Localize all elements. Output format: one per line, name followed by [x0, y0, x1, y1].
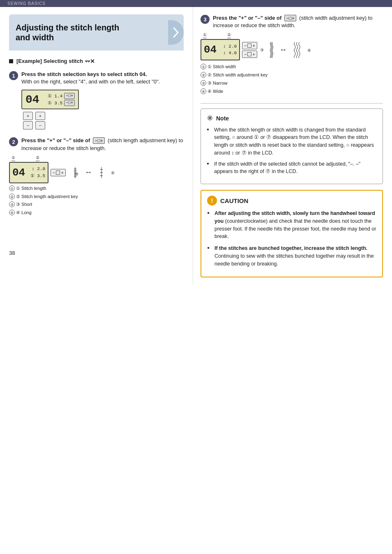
- caution-title: ! CAUTION: [207, 196, 376, 205]
- legend-2: ②② Stitch length adjustment key: [9, 193, 184, 201]
- annot-circle1: ①: [12, 155, 15, 161]
- s3-circle3-label: ③: [260, 48, 264, 52]
- step-1-circle: 1: [9, 71, 18, 80]
- arrow-icon: [172, 26, 180, 39]
- step-1-btn-plus-2[interactable]: +: [35, 112, 45, 120]
- step-1-diagram: 04 ① 1.4 −□+ ① 3.5 −□+: [21, 90, 184, 129]
- step-3-header: 3 Press the "+" or "–" side of −□+ (stit…: [201, 14, 383, 29]
- example-line: [Example] Selecting stitch ⥐ ✕: [9, 57, 184, 65]
- step-1: 1 Press the stitch selection keys to sel…: [9, 71, 184, 129]
- step-3-val2: ↕ 4.0: [223, 50, 237, 57]
- step-3-keys: −+ −+: [242, 42, 257, 58]
- step-3-key: −□+: [284, 15, 297, 21]
- s3-annot-circle2: ②: [227, 32, 231, 38]
- step-2-annot-top: ① ②: [12, 155, 184, 161]
- step-1-key2: −□+: [64, 100, 75, 106]
- header-label: SEWING BASICS: [7, 1, 46, 6]
- step-1-btn-plus-1[interactable]: +: [23, 112, 33, 120]
- step-3-lcd-vals: ↕ 2.0 ↕ 4.0: [223, 43, 237, 57]
- step-2-keys: −+: [51, 169, 66, 176]
- note-icon: ✳: [207, 114, 213, 123]
- step-1-btn-group-1: + −: [23, 112, 33, 129]
- note-box: ✳ Note When the stitch length or stitch …: [201, 108, 383, 185]
- step-2-stitch-long: [96, 166, 107, 179]
- step-3-legend: ①① Stitch width ②② Stitch width adjustme…: [201, 63, 383, 95]
- step-1-lcd: 04 ① 1.4 −□+ ① 3.5 −□+: [21, 90, 79, 109]
- step-1-lcd-num: 04: [25, 93, 39, 106]
- stitch-wide-icon: [290, 42, 304, 58]
- title-box: Adjusting the stitch length and width: [9, 14, 184, 51]
- legend-1: ①① Stitch length: [9, 185, 184, 193]
- step-3-circle: 3: [201, 15, 210, 24]
- title-arrow-decoration: [168, 20, 184, 45]
- step-2-key-btn[interactable]: −+: [51, 169, 66, 176]
- step-3-key-btn-1[interactable]: −+: [242, 42, 257, 49]
- page-number-area: 38: [9, 250, 184, 256]
- left-column: Adjusting the stitch length and width [E…: [0, 7, 193, 285]
- step-2-lcd-vals: ↕ 2.0 ① 3.5: [30, 166, 45, 179]
- step-2-legend: ①① Stitch length ②② Stitch length adjust…: [9, 185, 184, 217]
- step-3-main-row: 04 ↕ 2.0 ↕ 4.0 −+ −+ ③: [201, 39, 383, 60]
- caution-2-bold: If the stitches are bunched together, in…: [214, 245, 367, 251]
- caution-1-normal: (counterclockwise) and check that the ne…: [214, 218, 376, 240]
- step-1-key1: −□+: [64, 93, 75, 99]
- step-1-btn-minus-2[interactable]: −: [35, 121, 45, 129]
- note-list: When the stitch length or stitch width i…: [207, 126, 377, 176]
- caution-title-text: CAUTION: [220, 197, 248, 204]
- page-title: Adjusting the stitch length and width: [16, 23, 119, 42]
- step-1-btn-group-2: + −: [35, 112, 45, 129]
- step-1-detail: With on the right, select "4", and with …: [21, 78, 160, 85]
- step-3-text: Press the "+" or "–" side of −□+ (stitch…: [213, 14, 383, 29]
- step-2-circle: 2: [9, 137, 18, 146]
- caution-icon: !: [207, 196, 217, 205]
- step-2-text: Press the "+" or "–" side of −□+ (stitch…: [21, 137, 184, 152]
- square-bullet: [9, 59, 13, 63]
- stitch-long-icon: [96, 166, 107, 179]
- step-3: 3 Press the "+" or "–" side of −□+ (stit…: [201, 14, 383, 96]
- step-1-btn-minus-1[interactable]: −: [23, 121, 33, 129]
- annot-circle2: ②: [36, 155, 39, 161]
- legend-3: ③③ Short: [9, 201, 184, 209]
- caution-2-normal: Continuing to sew with the stitches bunc…: [214, 253, 374, 267]
- page-number: 38: [9, 250, 15, 256]
- step-2-val1: ↕ 2.0: [32, 166, 45, 173]
- step-1-text: Press the stitch selection keys to selec…: [21, 71, 160, 85]
- step-3-key-btn-2[interactable]: −+: [242, 51, 257, 58]
- step-2-diagram: ① ② 04 ↕ 2.0 ① 3.5 −+: [9, 155, 184, 217]
- step-2-lcd-num: 04: [12, 166, 25, 179]
- step-3-val1: ↕ 2.0: [223, 43, 237, 50]
- note-title-text: Note: [216, 115, 229, 122]
- step-2: 2 Press the "+" or "–" side of −□+ (stit…: [9, 137, 184, 217]
- caution-list: After adjusting the stitch width, slowly…: [207, 210, 376, 268]
- s3-circle4-label: ④: [307, 48, 311, 53]
- caution-box: ! CAUTION After adjusting the stitch wid…: [201, 190, 383, 277]
- step-3-annot-top: ① ②: [203, 32, 383, 38]
- step-2-header: 2 Press the "+" or "–" side of −□+ (stit…: [9, 137, 184, 152]
- separator-1: [201, 103, 383, 104]
- note-title: ✳ Note: [207, 114, 377, 123]
- step-1-buttons: + − + −: [23, 112, 45, 129]
- note-item-2: If the stitch width of the selected stit…: [207, 160, 377, 176]
- stitch-symbol: ⥐: [85, 57, 90, 65]
- caution-item-2: If the stitches are bunched together, in…: [207, 245, 376, 268]
- stitch-narrow-icon: [267, 42, 276, 58]
- s3-legend-3: ③③ Narrow: [201, 79, 383, 88]
- step-2-lcd: 04 ↕ 2.0 ① 3.5: [9, 162, 48, 183]
- s3-legend-2: ②② Stitch width adjustment key: [201, 71, 383, 79]
- step-1-val2: ① 3.5: [48, 100, 62, 106]
- step-3-lcd-num: 04: [204, 44, 217, 56]
- step-3-stitch-wide: [290, 42, 304, 58]
- note-item-1: When the stitch length or stitch width i…: [207, 126, 377, 157]
- right-column: 3 Press the "+" or "–" side of −□+ (stit…: [193, 7, 392, 285]
- s3-legend-1: ①① Stitch width: [201, 63, 383, 71]
- step-3-diagram: ① ② 04 ↕ 2.0 ↕ 4.0 −+ −+: [201, 32, 383, 95]
- step-2-arrows: ↔: [85, 168, 92, 177]
- s3-legend-4: ④④ Wide: [201, 88, 383, 96]
- step-3-arrows: ↔: [279, 46, 287, 54]
- s3-annot-circle1: ①: [203, 32, 207, 38]
- caution-item-1: After adjusting the stitch width, slowly…: [207, 210, 376, 240]
- step-2-val2: ① 3.5: [30, 173, 45, 180]
- step-1-val1: ① 1.4: [48, 93, 62, 99]
- step-3-stitch-narrow: [267, 42, 276, 58]
- step-1-header: 1 Press the stitch selection keys to sel…: [9, 71, 184, 85]
